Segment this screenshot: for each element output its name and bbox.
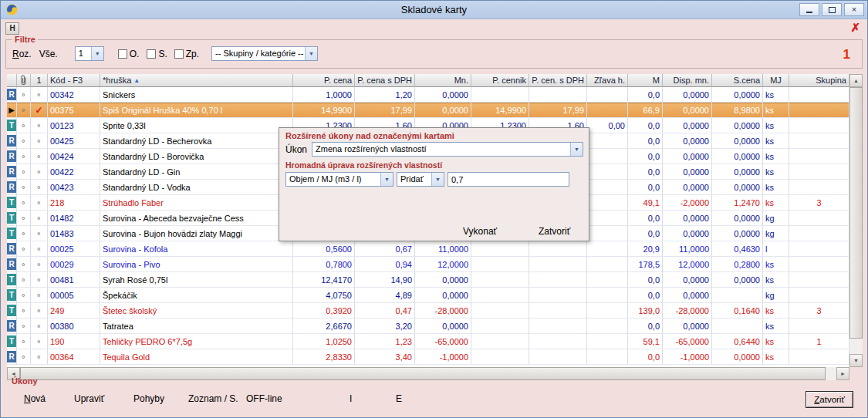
scroll-right-button[interactable]: ►: [836, 367, 849, 380]
checkbox-zp[interactable]: [174, 49, 184, 59]
scroll-up-button[interactable]: ▲: [849, 74, 863, 87]
scroll-down-button[interactable]: ▼: [849, 354, 863, 367]
filter-number-combobox[interactable]: 1 ▼: [75, 46, 104, 61]
row-type-badge: R: [7, 320, 16, 332]
table-row[interactable]: T∘∘190Tehličky PEDRO 6*7,5g1,02501,23-65…: [7, 334, 849, 349]
maximize-button[interactable]: [822, 3, 842, 16]
attachment-dot-icon: ∘: [21, 275, 25, 284]
cell-value: [789, 103, 849, 118]
horizontal-scroll-thumb[interactable]: [20, 367, 826, 380]
table-row[interactable]: R∘∘00025Surovina - Kofola0,56000,6711,00…: [7, 241, 849, 257]
mark-cell: ∘: [31, 87, 48, 103]
attachment-cell: ∘: [17, 133, 31, 149]
header-mark-column[interactable]: 1: [31, 74, 48, 87]
cell-value: 1,0250: [293, 334, 355, 349]
cell-value: 0,0000: [712, 133, 763, 149]
cell-value: [789, 241, 849, 257]
row-type-badge: R: [7, 89, 16, 100]
vertical-scroll-thumb[interactable]: [849, 87, 863, 339]
header-mj[interactable]: MJ: [763, 74, 789, 87]
row-indicator-cell: T: [7, 226, 17, 241]
edit-button[interactable]: Upraviť: [74, 393, 104, 404]
header-skupina[interactable]: Skupina: [789, 74, 849, 87]
cell-value: l: [763, 241, 789, 257]
attachment-cell: ∘: [17, 257, 31, 272]
table-row[interactable]: R∘∘00364Tequila Gold2,83303,40-1,00000,0…: [7, 349, 849, 365]
h-toolbar-button[interactable]: H: [5, 22, 19, 35]
header-p-cena[interactable]: P. cena: [293, 74, 355, 87]
cell-value: 0,0000: [663, 288, 712, 303]
table-row[interactable]: R∘∘00380Tatratea2,66703,200,00000,00,000…: [7, 319, 849, 334]
filters-groupbox: Filtre Roz. Vše. 1 ▼ O. S. Zp. -- Skupin…: [5, 39, 863, 69]
header-p-cen-s-dph[interactable]: P. cen. s DPH: [529, 74, 587, 87]
operation-combobox[interactable]: Pridať ▼: [397, 172, 444, 187]
action-combobox[interactable]: Zmena rozšírených vlastností ▼: [312, 142, 583, 157]
row-indicator-cell: R: [7, 241, 17, 257]
cell-value: 0,0000: [663, 180, 712, 195]
group-category-combobox[interactable]: -- Skupiny / kategórie -- ▼: [211, 46, 318, 61]
header-disp-mn[interactable]: Disp. mn.: [663, 74, 712, 87]
header-attachment-column[interactable]: [17, 74, 31, 87]
value-input[interactable]: [448, 172, 569, 187]
checkbox-o[interactable]: [118, 49, 127, 59]
close-window-button[interactable]: Zatvoriť: [806, 391, 853, 408]
cell-value: [789, 226, 849, 241]
property-combobox[interactable]: Objem / MJ (m3 / l) ▼: [285, 172, 393, 187]
table-row[interactable]: R∘∘00342Snickers1,00001,200,00000,00,000…: [7, 87, 849, 103]
vertical-scrollbar[interactable]: ▲ ▼: [849, 74, 863, 367]
table-row[interactable]: R∘∘00029Surovina - Pivo0,78000,9412,0000…: [7, 257, 849, 272]
cell-code: 00424: [48, 149, 100, 164]
cell-value: [529, 349, 587, 365]
header-name[interactable]: *hruška ▲: [100, 74, 293, 87]
selected-check-icon: ✓: [35, 105, 42, 116]
cell-name: Standardný LD - Gin: [100, 164, 293, 180]
cell-value: 11,0000: [663, 241, 712, 257]
table-row[interactable]: ▶∘✓00375Spiš Originál Hruška 40% 0,70 l1…: [7, 103, 849, 118]
row-indicator-cell: R: [7, 133, 17, 149]
clear-filter-icon[interactable]: ✗: [850, 21, 860, 35]
close-icon: ×: [852, 5, 856, 14]
cell-value: [529, 319, 587, 334]
cell-value: [789, 118, 849, 133]
execute-button[interactable]: Vykonať: [463, 226, 497, 237]
table-row[interactable]: T∘∘00005Špekáčik4,07504,890,00000,00,000…: [7, 288, 849, 303]
dialog-close-button[interactable]: Zatvoriť: [539, 226, 570, 237]
cell-value: 139,0: [628, 303, 663, 319]
row-type-badge: T: [7, 197, 16, 208]
header-pointer-column[interactable]: [7, 74, 17, 87]
horizontal-scrollbar[interactable]: ◄ ►: [7, 367, 849, 380]
cell-value: [529, 288, 587, 303]
cell-code: 249: [48, 303, 100, 319]
list-button[interactable]: Zoznam / S.: [188, 393, 238, 404]
vse-button[interactable]: Vše.: [39, 49, 58, 59]
header-s-cena[interactable]: S.cena: [712, 74, 763, 87]
header-zlava[interactable]: Zľava h.: [587, 74, 628, 87]
header-p-cennik[interactable]: P. cennik: [471, 74, 529, 87]
cell-value: [789, 149, 849, 164]
chevron-down-icon: ▼: [380, 173, 393, 186]
header-mn[interactable]: Mn.: [415, 74, 471, 87]
header-p-cena-s-dph[interactable]: P. cena s DPH: [355, 74, 415, 87]
close-button[interactable]: ×: [844, 3, 864, 16]
header-m[interactable]: M: [628, 74, 663, 87]
extended-actions-dialog: Rozšírené úkony nad označenými kartami Ú…: [279, 127, 589, 241]
cell-value: 3: [789, 195, 849, 211]
cell-value: 0,0000: [663, 133, 712, 149]
movements-button[interactable]: Pohyby: [133, 393, 164, 404]
cell-value: [587, 257, 628, 272]
attachment-cell: ∘: [17, 103, 31, 118]
table-row[interactable]: T∘∘00481Syrah Rosé 0,75l12,417014,900,00…: [7, 272, 849, 288]
mark-cell: ∘: [31, 272, 48, 288]
import-button[interactable]: I: [350, 393, 352, 404]
offline-button[interactable]: OFF-line: [246, 393, 282, 404]
new-button[interactable]: Nová: [24, 393, 46, 404]
cell-value: 0,0000: [712, 226, 763, 241]
cell-value: [587, 319, 628, 334]
checkbox-s[interactable]: [147, 49, 156, 59]
export-button[interactable]: E: [396, 393, 402, 404]
minimize-button[interactable]: [799, 3, 819, 16]
cell-value: 178,5: [628, 257, 663, 272]
header-code[interactable]: Kód - F3: [48, 74, 100, 87]
row-indicator-cell: T: [7, 288, 17, 303]
table-row[interactable]: T∘∘249Štetec školský0,39200,47-28,000013…: [7, 303, 849, 319]
